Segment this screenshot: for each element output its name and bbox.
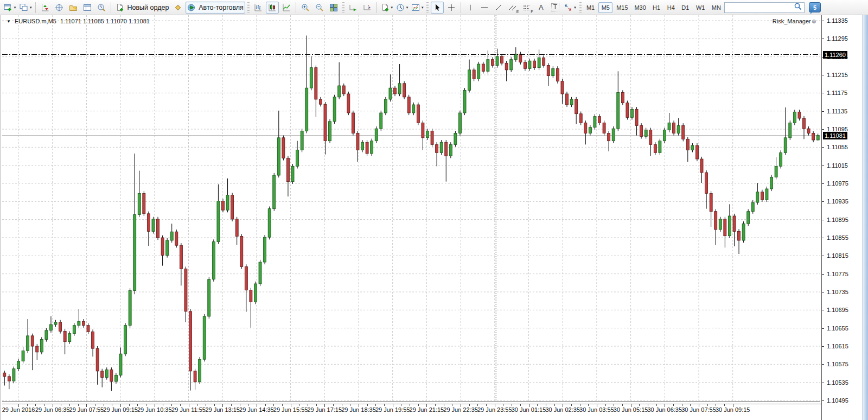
toolbar-grip[interactable] (342, 2, 344, 13)
time-axis-tick (367, 404, 368, 406)
new-order-icon (116, 3, 124, 12)
zoom-in-button[interactable] (299, 2, 312, 14)
time-axis-tick (350, 404, 350, 406)
window-scrollbar[interactable] (863, 15, 868, 420)
clock-icon (396, 3, 405, 12)
price-axis-tick (822, 274, 824, 275)
text-label-icon: T (551, 3, 559, 11)
timeframe-h4-button[interactable]: H4 (664, 2, 678, 13)
chart-plot-area[interactable]: ▼ EURUSD.m,M5 1.11071 1.11085 1.11070 1.… (2, 15, 821, 404)
crosshair-button[interactable] (445, 2, 458, 14)
price-axis-label: 1.10695 (827, 307, 848, 313)
time-axis-tick (265, 404, 266, 406)
time-axis-tick (316, 404, 317, 406)
zoom-out-button[interactable] (313, 2, 326, 14)
price-axis-tick (822, 292, 824, 292)
collapse-triangle-icon[interactable]: ▼ (7, 19, 11, 24)
chevron-down-icon: ▾ (14, 5, 16, 10)
market-watch-icon (41, 3, 49, 12)
timeframe-h1-button[interactable]: H1 (650, 2, 663, 13)
price-axis-tick (822, 166, 824, 166)
price-axis-label: 1.10535 (827, 379, 848, 386)
price-axis-label: 1.11015 (827, 162, 848, 169)
vertical-line-tool-button[interactable] (464, 2, 477, 14)
time-axis-tick (375, 404, 376, 406)
toolbar-grip[interactable] (579, 2, 582, 13)
timeframe-m15-button[interactable]: M15 (614, 2, 630, 13)
price-axis-label: 1.11055 (827, 144, 848, 150)
search-input[interactable] (726, 3, 794, 12)
toolbar-separator (111, 2, 111, 13)
price-axis-tick (822, 129, 824, 130)
horizontal-line-tool-button[interactable] (478, 2, 491, 14)
timeframe-m30-button[interactable]: M30 (631, 2, 648, 13)
timeframe-d1-button[interactable]: D1 (679, 2, 692, 13)
time-axis-tick (299, 404, 299, 406)
terminal-button[interactable] (81, 2, 94, 14)
market-watch-button[interactable] (39, 2, 52, 14)
toolbar-grip[interactable] (426, 2, 429, 13)
time-axis-tick (206, 404, 206, 406)
time-axis-tick (342, 404, 342, 406)
time-axis-tick (95, 404, 95, 406)
mql5-community-button[interactable] (171, 2, 184, 14)
price-axis-tick (822, 346, 824, 347)
time-axis-tick (44, 404, 44, 406)
periods-button[interactable]: ▾ (395, 2, 409, 14)
cursor-arrow-icon (433, 3, 442, 12)
chevron-down-icon: ▾ (391, 5, 393, 10)
profiles-button[interactable]: ▾ (18, 2, 33, 14)
notifications-badge[interactable]: 5 (809, 2, 821, 12)
fibo-subscript-label: F (531, 10, 533, 14)
tile-windows-button[interactable] (327, 2, 340, 14)
time-axis-tick (384, 404, 385, 406)
price-axis-label: 1.10735 (827, 289, 848, 295)
price-axis-label: 1.10655 (827, 325, 848, 332)
notifications-count: 5 (813, 4, 816, 11)
time-axis-tick (410, 404, 410, 406)
price-axis[interactable]: 1.113351.112951.112551.112151.111751.111… (821, 15, 863, 420)
folder-star-icon (69, 3, 78, 12)
timeframe-m1-button[interactable]: M1 (584, 2, 598, 13)
time-axis-tick (477, 404, 478, 406)
new-order-button[interactable]: Новый ордер (114, 2, 170, 14)
chart-shift-button[interactable] (361, 2, 374, 14)
time-axis-tick (78, 404, 79, 406)
timeframe-w1-button[interactable]: W1 (693, 2, 708, 13)
toolbar-grip[interactable] (247, 2, 250, 13)
time-axis-tick (639, 404, 640, 406)
navigator-button[interactable] (67, 2, 80, 14)
fibonacci-icon (522, 3, 531, 12)
symbol-title: EURUSD.m,M5 (15, 18, 56, 24)
indicators-button[interactable]: ▾ (380, 2, 394, 14)
search-icon[interactable] (794, 2, 802, 13)
cursor-button[interactable] (431, 2, 444, 14)
chart-bars-button[interactable] (252, 2, 265, 14)
channel-tool-button[interactable]: E (506, 2, 519, 14)
chart-candles-button[interactable] (266, 2, 279, 14)
channel-subscript-label: E (516, 10, 519, 14)
timeframe-m5-button[interactable]: M5 (598, 2, 612, 13)
price-axis-tick (822, 220, 824, 220)
time-axis-label: 30 Jun 09:15 (709, 406, 757, 413)
trendline-tool-button[interactable] (492, 2, 505, 14)
tester-clock-magnifier-icon (97, 3, 106, 12)
fibonacci-tool-button[interactable]: F (520, 2, 533, 14)
time-axis-tick (435, 404, 436, 406)
time-axis-tick (588, 404, 589, 406)
time-axis-tick (146, 404, 146, 406)
candlestick-chart (2, 15, 821, 404)
auto-scroll-button[interactable] (347, 2, 360, 14)
arrows-tool-button[interactable]: ▾ (563, 2, 577, 14)
templates-button[interactable]: ▾ (410, 2, 424, 14)
chart-line-button[interactable] (280, 2, 293, 14)
text-label-tool-button[interactable]: T (548, 2, 561, 14)
new-chart-button[interactable]: ▾ (2, 2, 17, 14)
autotrading-button[interactable]: Авто-торговля (186, 2, 245, 14)
data-window-button[interactable] (53, 2, 66, 14)
strategy-tester-button[interactable] (95, 2, 108, 14)
text-tool-button[interactable]: A (534, 2, 547, 14)
timeframe-mn-button[interactable]: MN (709, 2, 724, 13)
time-axis[interactable]: 29 Jun 201629 Jun 06:3529 Jun 07:5529 Ju… (2, 404, 821, 420)
time-axis-tick (137, 404, 138, 406)
